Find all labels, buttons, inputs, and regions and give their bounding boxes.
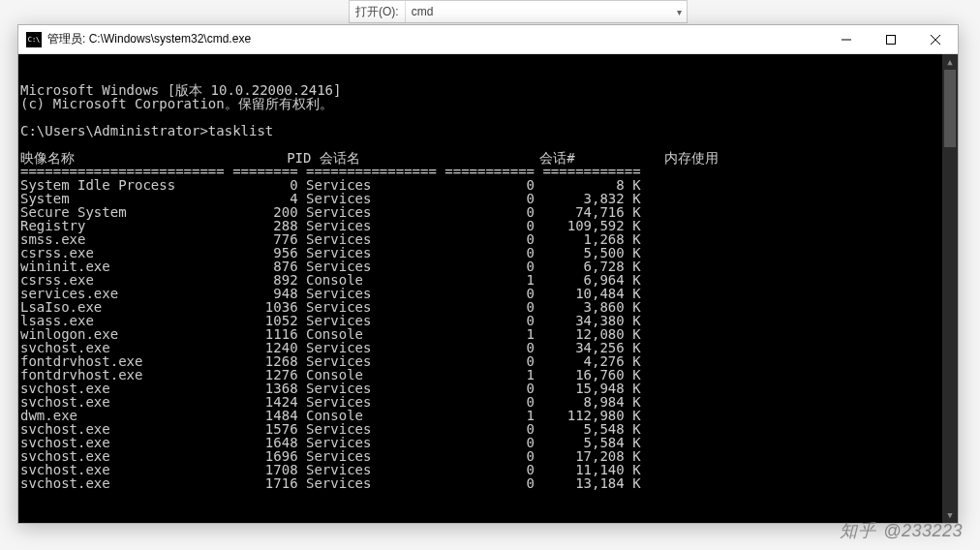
terminal-line: svchost.exe 1576 Services 0 5,548 K bbox=[20, 422, 958, 436]
terminal-line: ========================= ======== =====… bbox=[20, 165, 958, 178]
terminal-line: Secure System 200 Services 0 74,716 K bbox=[20, 205, 958, 219]
terminal-line bbox=[20, 138, 958, 151]
terminal-line: svchost.exe 1696 Services 0 17,208 K bbox=[20, 449, 958, 463]
terminal-line: C:\Users\Administrator>tasklist bbox=[20, 124, 958, 138]
terminal-line: svchost.exe 1240 Services 0 34,256 K bbox=[20, 341, 958, 354]
terminal-line: Microsoft Windows [版本 10.0.22000.2416] bbox=[20, 83, 958, 97]
terminal-line: Registry 288 Services 0 109,592 K bbox=[20, 219, 958, 232]
close-button[interactable] bbox=[913, 25, 958, 54]
terminal-line: svchost.exe 1368 Services 0 15,948 K bbox=[20, 382, 958, 395]
run-dialog-fragment: 打开(O): cmd ▾ bbox=[349, 0, 688, 23]
terminal-line: fontdrvhost.exe 1276 Console 1 16,760 K bbox=[20, 368, 958, 382]
maximize-button[interactable] bbox=[869, 25, 913, 54]
terminal-line: smss.exe 776 Services 0 1,268 K bbox=[20, 232, 958, 246]
scroll-up-icon[interactable]: ▲ bbox=[942, 54, 958, 70]
watermark: 知乎@233223 bbox=[840, 519, 963, 542]
run-open-label: 打开(O): bbox=[350, 4, 405, 20]
watermark-user: @233223 bbox=[883, 521, 963, 540]
cmd-window: 管理员: C:\Windows\system32\cmd.exe Microso… bbox=[17, 24, 959, 524]
terminal-output[interactable]: Microsoft Windows [版本 10.0.22000.2416](c… bbox=[18, 54, 958, 523]
terminal-line: csrss.exe 956 Services 0 5,500 K bbox=[20, 246, 958, 260]
terminal-line: LsaIso.exe 1036 Services 0 3,860 K bbox=[20, 300, 958, 314]
terminal-line: wininit.exe 876 Services 0 6,728 K bbox=[20, 260, 958, 273]
terminal-line: csrss.exe 892 Console 1 6,964 K bbox=[20, 273, 958, 287]
terminal-line: svchost.exe 1716 Services 0 13,184 K bbox=[20, 476, 958, 490]
terminal-line: System 4 Services 0 3,832 K bbox=[20, 192, 958, 205]
terminal-line bbox=[20, 110, 958, 124]
terminal-line: svchost.exe 1648 Services 0 5,584 K bbox=[20, 436, 958, 449]
scroll-thumb[interactable] bbox=[944, 70, 956, 147]
terminal-line: (c) Microsoft Corporation。保留所有权利。 bbox=[20, 97, 958, 110]
terminal-line: svchost.exe 1708 Services 0 11,140 K bbox=[20, 463, 958, 476]
cmd-icon bbox=[26, 32, 42, 47]
titlebar[interactable]: 管理员: C:\Windows\system32\cmd.exe bbox=[18, 25, 958, 54]
scrollbar[interactable]: ▲ ▼ bbox=[942, 54, 958, 523]
terminal-line: dwm.exe 1484 Console 1 112,980 K bbox=[20, 409, 958, 422]
terminal-line: services.exe 948 Services 0 10,484 K bbox=[20, 287, 958, 300]
svg-rect-1 bbox=[887, 35, 896, 44]
watermark-site: 知乎 bbox=[840, 521, 875, 540]
terminal-line: 映像名称 PID 会话名 会话# 内存使用 bbox=[20, 151, 958, 165]
terminal-line: winlogon.exe 1116 Console 1 12,080 K bbox=[20, 327, 958, 341]
terminal-line: svchost.exe 1424 Services 0 8,984 K bbox=[20, 395, 958, 409]
window-title: 管理员: C:\Windows\system32\cmd.exe bbox=[47, 31, 824, 47]
terminal-line: fontdrvhost.exe 1268 Services 0 4,276 K bbox=[20, 354, 958, 368]
terminal-line: lsass.exe 1052 Services 0 34,380 K bbox=[20, 314, 958, 327]
run-open-value[interactable]: cmd bbox=[405, 1, 671, 22]
terminal-line: System Idle Process 0 Services 0 8 K bbox=[20, 178, 958, 192]
chevron-down-icon[interactable]: ▾ bbox=[671, 7, 687, 17]
minimize-button[interactable] bbox=[824, 25, 869, 54]
